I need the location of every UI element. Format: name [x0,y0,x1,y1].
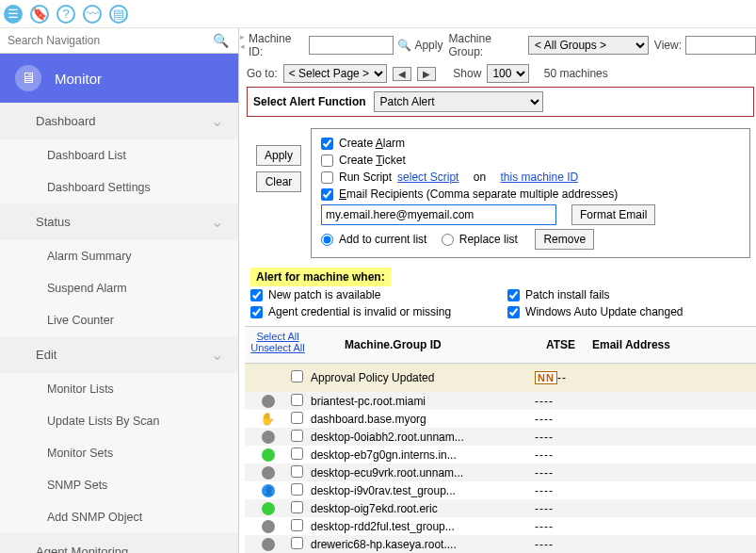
machine-name: briantest-pc.root.miami [311,395,535,408]
new-patch-checkbox[interactable] [250,289,263,301]
select-all-link[interactable]: Select All [250,331,305,342]
row-checkbox[interactable] [291,537,303,549]
chevron-down-icon: ⌄ [211,213,223,231]
email-checkbox[interactable] [321,188,333,201]
replace-list-radio[interactable] [442,234,454,246]
table-row: desktop-rdd2ful.test_group...---- [245,517,756,535]
list-icon[interactable]: ☰ [4,5,23,24]
machine-name: desktop-eb7g0gn.interns.in... [311,448,535,462]
add-list-radio[interactable] [321,234,333,246]
page-size-select[interactable]: 100 [487,64,529,83]
main-panel: Machine ID: 🔍Apply Machine Group: < All … [245,28,756,553]
row-checkbox[interactable] [291,447,303,460]
unselect-all-link[interactable]: Unselect All [250,342,305,353]
agent-cred-checkbox[interactable] [250,306,263,318]
row-checkbox[interactable] [291,370,303,382]
machine-group-select[interactable]: < All Groups > [528,36,649,55]
atse-value: ---- [535,520,587,533]
machine-name: desktop-rdd2ful.test_group... [311,520,535,533]
clear-button[interactable]: Clear [256,171,301,192]
status-cell: 👤 [245,484,282,497]
alert-function-row: Select Alert Function Patch Alert [247,87,754,117]
machine-id-input[interactable] [309,36,394,55]
activity-icon[interactable]: 〰 [83,5,102,24]
machine-id-label: Machine ID: [249,32,305,58]
config-area: Apply Clear Create Alarm Create Ticket R… [245,119,756,264]
add-list-label: Add to current list [339,233,426,246]
select-script-link[interactable]: select Script [397,171,458,184]
help-icon[interactable]: ? [56,5,75,24]
table-row: desktop-0oiabh2.root.unnam...---- [245,428,756,446]
nav-group-status[interactable]: Status⌄ [0,203,238,240]
user-icon: 👤 [262,484,275,497]
status-dot-icon [262,431,275,444]
next-page-button[interactable]: ▶ [417,67,436,81]
atse-value: ---- [535,395,587,408]
search-input[interactable] [4,30,207,51]
run-script-checkbox[interactable] [321,171,333,184]
prev-page-button[interactable]: ◀ [393,67,411,81]
create-ticket-label: Create Ticket [339,154,406,167]
search-icon[interactable]: 🔍 [207,31,234,50]
table-header: Select All Unselect All Machine.Group ID… [245,326,756,364]
atse-value: NN-- [535,371,587,384]
atse-value: ---- [535,431,587,444]
apply-button[interactable]: Apply [256,145,301,166]
alert-function-select[interactable]: Patch Alert [374,91,543,112]
header-machine-group: Machine.Group ID [339,327,535,363]
row-checkbox[interactable] [291,412,303,424]
create-alarm-label: Create Alarm [339,137,405,150]
nav-item-snmp-sets[interactable]: SNMP Sets [0,469,238,501]
machine-name: dashboard.base.myorg [311,413,535,426]
table-row: ✋dashboard.base.myorg---- [245,410,756,428]
row-checkbox[interactable] [291,519,303,531]
nav-item-suspend-alarm[interactable]: Suspend Alarm [0,272,238,304]
nav-item-dashboard-list[interactable]: Dashboard List [0,139,238,171]
machine-group-label: Machine Group: [448,32,524,58]
nav-group-edit[interactable]: Edit⌄ [0,336,238,373]
status-cell [245,395,282,408]
nav-item-update-lists[interactable]: Update Lists By Scan [0,405,238,437]
table-row: desktop-eb7g0gn.interns.in...---- [245,446,756,464]
machine-name: desktop-ecu9vrk.root.unnam... [311,466,535,480]
row-checkbox[interactable] [291,394,303,406]
chevron-down-icon: ⌄ [211,543,223,553]
email-input[interactable] [321,204,556,225]
machine-name: Approval Policy Updated [311,371,535,384]
status-cell [245,538,282,551]
row-checkbox[interactable] [291,465,303,478]
row-checkbox[interactable] [291,501,303,513]
nav-item-dashboard-settings[interactable]: Dashboard Settings [0,171,238,203]
machine-count: 50 machines [544,67,608,80]
clipboard-icon[interactable]: ▤ [109,5,128,24]
create-alarm-checkbox[interactable] [321,138,333,150]
create-ticket-checkbox[interactable] [321,155,333,167]
table-row: desktop-oig7ekd.root.eric---- [245,499,756,517]
nav-item-add-snmp[interactable]: Add SNMP Object [0,501,238,533]
nav-item-monitor-sets[interactable]: Monitor Sets [0,437,238,469]
nav-group-dashboard[interactable]: Dashboard⌄ [0,103,238,139]
goto-page-select[interactable]: < Select Page > [283,64,387,83]
machine-name: desktop-oig7ekd.root.eric [311,502,535,515]
remove-button[interactable]: Remove [535,229,594,250]
row-checkbox[interactable] [291,483,303,496]
alert-conditions: New patch is available Agent credential … [245,286,756,326]
row-checkbox[interactable] [291,430,303,442]
status-dot-icon [262,520,275,533]
apply-filter-button[interactable]: 🔍Apply [397,39,442,52]
header-atse: ATSE [535,327,587,363]
nav-item-monitor-lists[interactable]: Monitor Lists [0,373,238,405]
nav-group-agent-monitoring[interactable]: Agent Monitoring⌄ [0,533,238,553]
format-email-button[interactable]: Format Email [571,204,655,225]
bookmark-icon[interactable]: 🔖 [30,5,49,24]
this-machine-link[interactable]: this machine ID [500,171,578,184]
machine-name: desktop-i9v0rav.test_group... [311,484,535,497]
nav-item-alarm-summary[interactable]: Alarm Summary [0,240,238,272]
nav-item-live-counter[interactable]: Live Counter [0,304,238,336]
table-row: desktop-ecu9vrk.root.unnam...---- [245,464,756,481]
auto-update-checkbox[interactable] [507,306,520,318]
install-fails-checkbox[interactable] [507,289,520,301]
view-input[interactable] [685,36,756,55]
chevron-down-icon: ⌄ [211,346,223,364]
goto-label: Go to: [247,67,278,80]
